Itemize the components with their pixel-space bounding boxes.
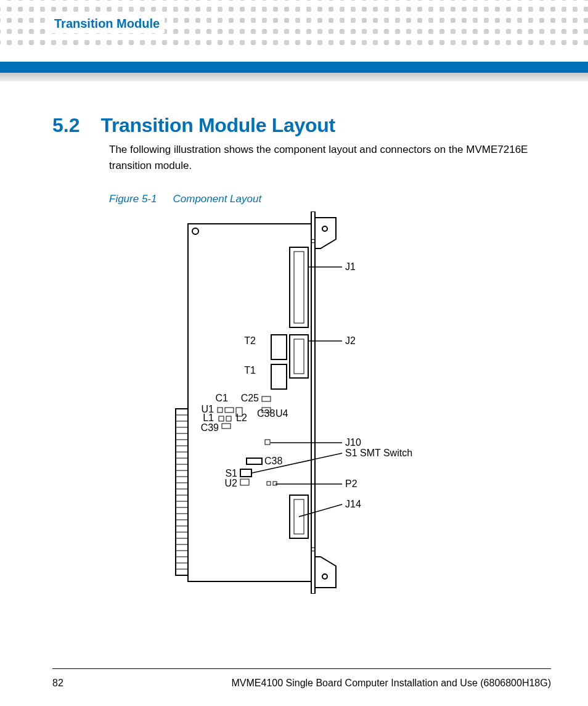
label-t2: T2 — [244, 335, 256, 346]
label-c1: C1 — [216, 393, 229, 403]
label-t1: T1 — [244, 365, 256, 376]
label-j10: J10 — [345, 437, 361, 448]
label-j2: J2 — [345, 335, 356, 346]
chapter-title: Transition Module — [54, 17, 160, 31]
label-c38b: C38 — [264, 456, 282, 466]
svg-rect-43 — [219, 416, 224, 421]
svg-rect-38 — [271, 364, 287, 389]
page-number: 82 — [52, 678, 63, 689]
svg-rect-52 — [273, 482, 277, 485]
header-blue-bar — [0, 62, 588, 73]
svg-rect-39 — [262, 396, 271, 401]
svg-rect-48 — [247, 458, 262, 464]
svg-rect-37 — [271, 335, 287, 359]
label-c38a: C38 — [257, 408, 275, 419]
section-heading: 5.2 Transition Module Layout — [52, 114, 551, 137]
svg-rect-34 — [294, 252, 304, 323]
svg-rect-47 — [265, 440, 270, 445]
svg-rect-41 — [225, 408, 234, 413]
label-j14: J14 — [345, 499, 361, 509]
svg-rect-30 — [311, 211, 315, 594]
label-c25: C25 — [241, 393, 259, 403]
svg-line-63 — [299, 504, 342, 517]
figure-caption-text: Component Layout — [173, 193, 261, 205]
label-u2: U2 — [225, 478, 238, 488]
svg-rect-33 — [290, 247, 308, 327]
page-content: 5.2 Transition Module Layout The followi… — [52, 114, 551, 594]
svg-rect-49 — [240, 469, 251, 477]
doc-title: MVME4100 Single Board Computer Installat… — [231, 678, 551, 689]
svg-rect-36 — [294, 339, 304, 374]
svg-rect-44 — [226, 416, 231, 421]
component-layout-diagram: J1 J2 T2 T1 C1 C25 U1 C38 U4 L1 L2 C39 J… — [133, 211, 428, 594]
label-l2: L2 — [236, 413, 247, 423]
label-p2: P2 — [345, 478, 357, 489]
header-title-mask: Transition Module — [49, 14, 165, 33]
label-u4: U4 — [276, 408, 288, 419]
label-s1-smt: S1 SMT Switch — [345, 448, 412, 458]
svg-rect-35 — [290, 335, 308, 378]
header-grey-bar — [0, 73, 588, 81]
svg-rect-51 — [267, 482, 271, 485]
figure-number: Figure 5-1 — [109, 193, 157, 205]
section-number: 5.2 — [52, 114, 80, 137]
page-footer: 82 MVME4100 Single Board Computer Instal… — [52, 678, 551, 689]
footer-rule — [52, 668, 551, 669]
label-j1: J1 — [345, 261, 356, 272]
svg-point-31 — [322, 226, 327, 231]
label-s1: S1 — [225, 468, 237, 478]
svg-point-55 — [192, 228, 198, 234]
label-c39: C39 — [201, 422, 219, 433]
svg-rect-45 — [222, 424, 231, 429]
section-title: Transition Module Layout — [100, 114, 335, 137]
figure-caption: Figure 5-1Component Layout — [109, 193, 551, 205]
svg-point-32 — [322, 574, 327, 579]
svg-rect-40 — [218, 408, 223, 413]
label-l1: L1 — [203, 413, 214, 423]
section-body: The following illustration shows the com… — [109, 142, 551, 173]
svg-rect-50 — [240, 479, 249, 485]
